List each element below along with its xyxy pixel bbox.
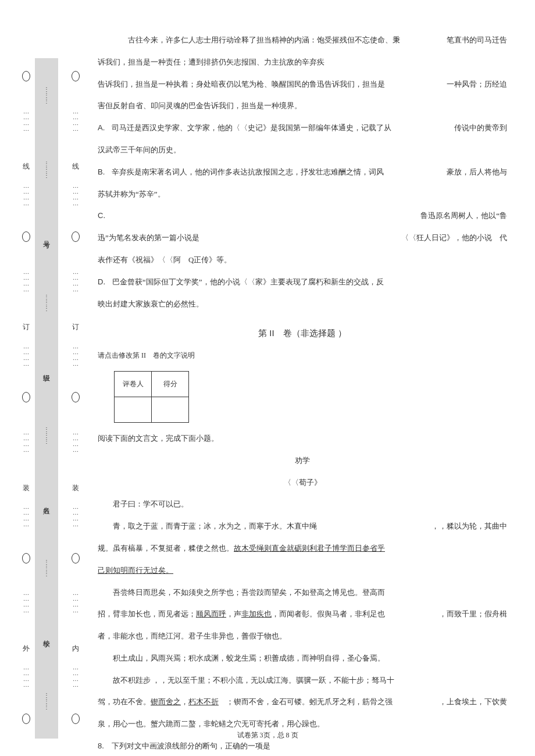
passage-t6-suf: ，而致千里；假舟楫 — [439, 604, 507, 624]
margin-dots: ………… — [73, 269, 79, 293]
intro-line-1: 古往今来，许多仁人志士用行动诠释了担当精神的内涵：饱受摧残但不忘使命、秉 笔直书… — [98, 30, 507, 50]
margin-dots: ………… — [23, 269, 29, 293]
inner-margin-column: ………… 线 ………… ………… 订 ………… ………… 装 ………… …………… — [67, 58, 84, 739]
option-b: B.辛弃疾是南宋著名词人，他的词作多表达抗敌报国之志，抒发壮志难酬之情，词风 豪… — [98, 162, 507, 182]
margin-dots: ………… — [23, 109, 29, 132]
intro-cont2-suffix: 一种风骨；历经迫 — [447, 74, 507, 94]
passage-t2: 青，取之于蓝，而青于蓝；冰，水为之，而寒于水。木直中绳 ，，糅以为轮，其曲中 — [98, 516, 507, 536]
passage-t10-suf: ，上食埃土，下饮黄 — [439, 692, 507, 712]
margin-dots: ………… — [23, 183, 29, 206]
article-author: 〈〈荀子》 — [98, 473, 507, 493]
margin-label-xian-inner: 线 — [72, 157, 80, 158]
grader-col2: 得分 — [152, 371, 189, 397]
option-c-line2-pre: 迅”为笔名发表的第一篇小说是 — [98, 228, 199, 248]
passage-t10: 驾，功在不舍。锲而舍之，朽木不折 ；锲而不舍，金石可镂。蚓无爪牙之利，筋骨之强 … — [98, 692, 507, 712]
passage-t4-ul: 己则知明而行无过矣。 — [98, 566, 173, 575]
option-c-cont: 表作还有《祝福》〈〈阿 Q正传》等。 — [98, 250, 507, 270]
passage-t10-mid1: ， — [181, 697, 188, 706]
passage-t6-mid2: ，而闻者彰。假舆马者，非利足也 — [272, 609, 385, 618]
margin-circle — [72, 231, 80, 242]
margin-label-wai: 外 — [22, 639, 30, 640]
passage-t10-ul2: 朽木不折 — [188, 697, 219, 706]
spine-label-kaohao: 号考 — [42, 236, 51, 237]
margin-label-ding-outer: 订 — [22, 318, 30, 318]
passage-t7: 者，非能水也，而绝江河。君子生非异也，善假于物也。 — [98, 626, 507, 646]
option-d-label: D. — [98, 277, 105, 286]
option-d-cont: 映出封建大家族衰亡的必然性。 — [98, 294, 507, 314]
passage-t10-pre: 驾，功在不舍。 — [98, 697, 151, 706]
spine-label-xingming: 名姓 — [42, 501, 51, 502]
passage-t6-ul1: 顺风而呼 — [196, 609, 226, 618]
margin-circle — [22, 71, 30, 81]
passage-t10-mid2: ；锲而不舍，金石可镂。蚓无爪牙之利，筋骨之强 — [219, 697, 393, 706]
passage-t9: 故不积跬步 ，，无以至千里；不积小流，无以成江海。骐骥一跃，不能十步；驽马十 — [98, 671, 507, 690]
passage-t5: 吾尝终日而思矣，不如须臾之所学也；吾尝跂而望矣，不如登高之博见也。登高而 — [98, 583, 507, 602]
margin-circle — [72, 714, 80, 724]
margin-circle — [22, 553, 30, 564]
option-b-label: B. — [98, 167, 105, 176]
margin-label-zhuang-inner: 装 — [72, 479, 80, 479]
option-b-cont: 苏轼并称为“苏辛”。 — [98, 184, 507, 204]
intro-cont1: 诉我们，担当是一种责任；遭到排挤仍矢志报国、力主抗敌的辛弃疾 — [98, 52, 507, 72]
passage-lead: 阅读下面的文言文，完成下面小题。 — [98, 429, 507, 448]
option-c-line2: 迅”为笔名发表的第一篇小说是 〈〈狂人日记》，他的小说 代 — [98, 228, 507, 248]
margin-dots: ………… — [73, 504, 79, 527]
spine-label-xuexiao: 校学 — [42, 634, 51, 636]
margin-label-zhuang-outer: 装 — [22, 479, 30, 479]
option-c-line2-end: 代 — [500, 233, 507, 242]
passage-t10-ul1: 锲而舍之 — [151, 697, 181, 706]
option-a: A.司马迁是西汉史学家、文学家，他的〈〈史记》是我国第一部编年体通史，记载了从 … — [98, 118, 507, 138]
option-d: D.巴金曾获“国际但丁文学奖”，他的小说〈〈家》主要表现了腐朽和新生的交战，反 — [98, 272, 507, 292]
section-ii-note: 请点击修改第 II 卷的文字说明 — [98, 347, 507, 365]
margin-circle — [72, 392, 80, 402]
intro-line-3: 告诉我们，担当是一种执着；身处暗夜仍以笔为枪、唤醒国民的鲁迅告诉我们，担当是 一… — [98, 74, 507, 94]
outer-margin-column: ………… 线 ………… ………… 订 ………… ………… 装 ………… …………… — [17, 58, 35, 739]
passage-t6-pre: 招，臂非加长也，而见者远； — [98, 609, 196, 618]
margin-dots: ………… — [23, 344, 29, 367]
option-a-pre: 司马迁是西汉史学家、文学家，他的〈〈史记》是我国第一部编年体通史，记载了从 — [112, 123, 391, 132]
margin-dots: ………… — [73, 109, 79, 132]
option-a-label: A. — [98, 123, 105, 132]
margin-dots: ………… — [23, 590, 29, 614]
margin-circle — [72, 553, 80, 564]
option-a-cont: 汉武帝三千年间的历史。 — [98, 140, 507, 160]
grader-col1: 评卷人 — [115, 371, 152, 397]
passage-t3: 规。虽有槁暴，不复挺者，糅使之然也。故木受绳则直金就砺则利君子博学而日参省乎 — [98, 539, 507, 558]
grader-cell1 — [115, 397, 152, 422]
margin-circle — [22, 231, 30, 242]
option-b-suf: 豪放，后人将他与 — [447, 162, 507, 182]
passage-t6-mid1: ，声 — [226, 609, 241, 618]
passage-t6-ul2: 非加疾也 — [241, 609, 272, 618]
passage-t2-suf: ，，糅以为轮，其曲中 — [431, 516, 507, 536]
section-ii-title: 第 II 卷（非选择题 ） — [98, 322, 507, 344]
margin-dots: ………… — [23, 665, 29, 688]
passage-t3-text: 规。虽有槁暴，不复挺者，糅使之然也。 — [98, 544, 234, 552]
margin-dots: ………… — [73, 430, 79, 453]
option-a-suf: 传说中的黄帝到 — [454, 118, 507, 138]
option-b-pre: 辛弃疾是南宋著名词人，他的词作多表达抗敌报国之志，抒发壮志难酬之情，词风 — [112, 167, 384, 176]
margin-dots: ………… — [23, 430, 29, 453]
intro-cont2: 告诉我们，担当是一种执着；身处暗夜仍以笔为枪、唤醒国民的鲁迅告诉我们，担当是 — [98, 74, 385, 94]
margin-label-ding-inner: 订 — [72, 318, 80, 318]
margin-dots: ………… — [73, 665, 79, 688]
margin-dots: ………… — [73, 590, 79, 614]
margin-circle — [72, 71, 80, 81]
margin-circle — [22, 714, 30, 724]
option-c-line2-suf: 〈〈狂人日记》，他的小说 — [401, 233, 492, 242]
margin-dots: ………… — [73, 183, 79, 206]
grader-cell2 — [152, 397, 189, 422]
passage-t1: 君子曰：学不可以已。 — [98, 494, 507, 514]
spine-column: ⋮⋮⋮ ⋮⋮⋮ 号考 ⋮⋮⋮ 级班 ⋮⋮⋮ 名姓 ⋮⋮⋮ 校学 ⋮⋮⋮ — [35, 58, 58, 739]
passage-t2-pre: 青，取之于蓝，而青于蓝；冰，水为之，而寒于水。木直中绳 — [113, 522, 317, 530]
passage-t3-ul: 故木受绳则直金就砺则利君子博学而日参省乎 — [234, 544, 385, 552]
option-d-pre: 巴金曾获“国际但丁文学奖”，他的小说〈〈家》主要表现了腐朽和新生的交战，反 — [112, 277, 384, 286]
margin-dots: ………… — [23, 504, 29, 527]
intro-suffix: 笔直书的司马迁告 — [447, 30, 507, 50]
page-content: 古往今来，许多仁人志士用行动诠释了担当精神的内涵：饱受摧残但不忘使命、秉 笔直书… — [98, 30, 507, 756]
article-title: 劝学 — [98, 451, 507, 470]
passage-t8: 积土成山，风雨兴焉；积水成渊，蛟龙生焉；积善成德，而神明自得，圣心备焉。 — [98, 648, 507, 668]
passage-t4: 己则知明而行无过矣。 — [98, 561, 507, 580]
margin-dots: ………… — [73, 344, 79, 367]
option-c-label: C. — [98, 211, 105, 220]
margin-circle — [22, 392, 30, 402]
